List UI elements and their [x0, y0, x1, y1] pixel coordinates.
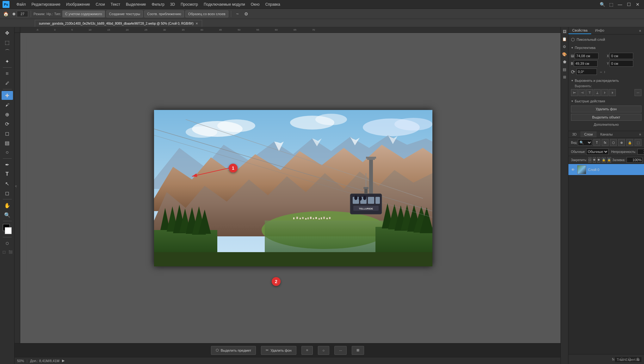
shape-tool[interactable]: ◻: [2, 189, 13, 197]
text-tool[interactable]: T: [2, 170, 13, 179]
properties-tab[interactable]: Свойства: [568, 27, 591, 34]
layer-fx-btn[interactable]: fx: [602, 139, 609, 146]
sample-all-btn[interactable]: Образец со всех слоев: [185, 10, 228, 17]
brush-tool[interactable]: 🖌: [2, 100, 13, 109]
menu-file[interactable]: Файл: [14, 2, 28, 7]
layers-panel-icon[interactable]: 📋: [561, 36, 568, 42]
remove-bg-action-btn[interactable]: Удалить фон: [571, 106, 641, 112]
align-section[interactable]: Выровнять и распределить: [571, 77, 641, 84]
zoom-tool[interactable]: 🔍: [2, 210, 13, 219]
lock-all-btn[interactable]: 🔒: [607, 157, 611, 163]
lock-artboards-btn[interactable]: ✚: [597, 157, 600, 163]
gradient-tool[interactable]: ▤: [2, 138, 13, 147]
align-right-btn[interactable]: ⊤: [586, 89, 593, 96]
select-subject-btn[interactable]: ⬡ Выделить предмет: [211, 346, 256, 355]
status-arrow[interactable]: ▶: [62, 359, 65, 363]
menu-3d[interactable]: 3D: [168, 2, 177, 7]
align-left-btn[interactable]: ⊢: [571, 89, 578, 96]
standard-screen[interactable]: ⬚: [1, 249, 7, 255]
document-tab[interactable]: summer_gondola_2100x1400_0e2fe53c_bb89_4…: [35, 20, 202, 27]
perspective-section[interactable]: Перспектива: [571, 45, 641, 51]
menu-filter[interactable]: Фильтр: [149, 2, 167, 7]
settings-icon[interactable]: ⚙: [243, 10, 250, 18]
menu-edit[interactable]: Редактирование: [29, 2, 63, 7]
opacity-input[interactable]: [637, 149, 644, 155]
quick-actions-section[interactable]: Быстрые действия: [571, 98, 641, 104]
channels-tab[interactable]: Каналы: [597, 131, 616, 137]
layers-tab[interactable]: Слои: [580, 131, 597, 137]
menu-select[interactable]: Выделение: [123, 2, 149, 7]
full-screen[interactable]: ⬛: [8, 249, 13, 255]
swatches-icon[interactable]: ⬟: [561, 59, 568, 65]
layer-item-0[interactable]: 👁 Слой 0: [568, 164, 644, 175]
align-top-btn[interactable]: ⊥: [594, 89, 601, 96]
background-color[interactable]: [5, 227, 12, 234]
remove-bg-btn[interactable]: ✂ Удалить фон: [261, 346, 296, 355]
search-icon[interactable]: 🔍: [598, 1, 606, 8]
adjust-icon[interactable]: ⚙: [561, 44, 568, 50]
angle-input[interactable]: [576, 69, 597, 75]
minimize-btn[interactable]: —: [616, 1, 624, 8]
taskbar-grid-icon[interactable]: ⊞: [352, 346, 364, 355]
menu-image[interactable]: Изображение: [64, 2, 93, 7]
taskbar-crop-icon[interactable]: ⌗: [301, 346, 313, 355]
3d-tab[interactable]: 3D: [568, 131, 580, 137]
menu-plugins[interactable]: Подключаемые модули: [201, 2, 248, 7]
clone-tool[interactable]: ⊕: [2, 110, 13, 119]
hand-tool[interactable]: ✋: [2, 201, 13, 210]
move-tool[interactable]: ✥: [2, 28, 13, 37]
layer-smart-btn[interactable]: ⬚: [635, 139, 641, 146]
lock-position-btn[interactable]: 🔒: [602, 157, 606, 163]
pen-tool[interactable]: ✒: [2, 160, 13, 169]
brush-size-input[interactable]: [17, 11, 28, 17]
crop-tool[interactable]: ⌗: [2, 69, 13, 78]
blend-mode-select[interactable]: Обычные: [586, 149, 609, 155]
width-input[interactable]: [575, 53, 598, 59]
layer-visibility-toggle[interactable]: 👁: [570, 167, 575, 172]
align-center-v-btn[interactable]: ⊦: [601, 89, 608, 96]
lock-transparent-btn[interactable]: ⬡: [588, 157, 591, 163]
history-brush-tool[interactable]: ⟳: [2, 119, 13, 128]
proximity-btn[interactable]: Соотв. приближению: [144, 10, 184, 17]
layer-color-btn[interactable]: 🔒: [626, 139, 633, 146]
select-subject-action-btn[interactable]: Выделить объект: [571, 114, 641, 121]
content-aware-btn[interactable]: С учетом содержимого: [62, 10, 105, 17]
align-bottom-btn[interactable]: ⊧: [609, 89, 616, 96]
healing-tool[interactable]: ✚: [2, 91, 13, 100]
magic-wand-tool[interactable]: ✦: [2, 57, 13, 66]
menu-help[interactable]: Справка: [263, 2, 283, 7]
align-more-btn[interactable]: ···: [635, 89, 641, 96]
quick-mask-tool[interactable]: ⬡: [2, 239, 13, 248]
texture-btn[interactable]: Создание текстуры: [106, 10, 143, 17]
menu-layers[interactable]: Слои: [93, 2, 108, 7]
additional-link[interactable]: Дополнительно: [571, 122, 641, 127]
diffusion-icon[interactable]: ~: [234, 10, 241, 18]
y-input[interactable]: [610, 60, 633, 67]
patterns-icon[interactable]: ⊞: [561, 74, 568, 80]
menu-view[interactable]: Просмотр: [178, 2, 201, 7]
marquee-tool[interactable]: ⬚: [2, 38, 13, 47]
lasso-tool[interactable]: ⌒: [2, 47, 13, 56]
dodge-tool[interactable]: ○: [2, 148, 13, 157]
lock-paint-btn[interactable]: ✥: [593, 157, 596, 163]
flip-h-icon[interactable]: ↔: [599, 70, 603, 74]
layers-panel-menu[interactable]: ≡: [638, 132, 643, 137]
taskbar-circle-icon[interactable]: ○: [318, 346, 330, 355]
menu-window[interactable]: Окно: [248, 2, 262, 7]
x-input[interactable]: [610, 53, 633, 59]
align-center-h-btn[interactable]: ⊣: [579, 89, 585, 96]
color-panel-icon[interactable]: 🎨: [561, 51, 568, 58]
path-select-tool[interactable]: ↖: [2, 179, 13, 188]
panel-icon[interactable]: ⬚: [607, 1, 615, 8]
properties-panel-icon[interactable]: 🖼: [561, 28, 568, 35]
color-swatches[interactable]: [2, 224, 12, 234]
info-tab[interactable]: Инфо: [591, 27, 608, 34]
layer-adjust-btn[interactable]: ⊕: [618, 139, 625, 146]
height-input[interactable]: [574, 60, 598, 67]
close-btn[interactable]: ✕: [634, 1, 641, 8]
taskbar-more-icon[interactable]: ···: [334, 346, 347, 355]
layer-kind-select[interactable]: 🔍: [578, 139, 592, 146]
layer-pixel-btn[interactable]: ⬡: [610, 139, 617, 146]
canvas-container[interactable]: TELLURIDE: [26, 33, 560, 343]
fill-input[interactable]: [627, 157, 642, 163]
